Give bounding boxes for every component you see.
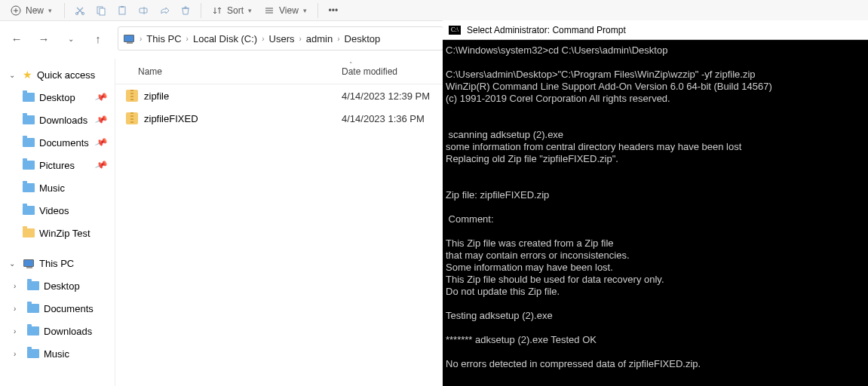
folder-icon — [27, 302, 39, 314]
delete-icon — [180, 5, 191, 16]
view-label: View — [279, 5, 299, 16]
zip-icon — [126, 112, 138, 124]
cut-button[interactable] — [71, 2, 89, 20]
folder-icon — [27, 325, 39, 337]
sidebar-item-label: Documents — [44, 303, 94, 314]
chevron-right-icon: › — [14, 327, 23, 335]
file-name: zipfile — [144, 90, 169, 102]
up-button[interactable]: ↑ — [86, 26, 110, 51]
this-pc-label: This PC — [39, 258, 74, 269]
chevron-right-icon: › — [186, 35, 189, 43]
chevron-right-icon: › — [262, 35, 264, 43]
pin-icon: 📌 — [94, 136, 109, 149]
file-name: zipfileFIXED — [144, 113, 198, 124]
sidebar-quick-access[interactable]: ⌄ ★ Quick access — [0, 63, 115, 86]
rename-icon — [138, 5, 149, 16]
separator — [201, 3, 201, 18]
sort-label: Sort — [227, 5, 244, 16]
plus-circle-icon — [11, 5, 21, 16]
sidebar-item-label: Documents — [39, 137, 89, 149]
sidebar-item-desktop[interactable]: Desktop 📌 — [0, 86, 115, 109]
new-label: New — [26, 5, 44, 16]
chevron-right-icon: › — [14, 282, 23, 290]
folder-icon — [27, 280, 39, 292]
column-name[interactable]: Name — [115, 66, 342, 77]
sidebar-item-videos[interactable]: Videos — [0, 199, 115, 222]
pin-icon: 📌 — [94, 90, 109, 104]
command-prompt-output[interactable]: C:\Windows\system32>cd C:\Users\admin\De… — [443, 40, 868, 375]
pin-icon: 📌 — [94, 113, 109, 127]
share-icon — [159, 5, 170, 16]
sidebar-item-label: Desktop — [39, 92, 75, 103]
sidebar-item-downloads[interactable]: Downloads 📌 — [0, 109, 115, 131]
crumb-admin[interactable]: admin — [306, 33, 333, 44]
sort-indicator-icon: ˄ — [349, 61, 353, 69]
crumb-users[interactable]: Users — [269, 33, 295, 44]
sidebar-item-label: Downloads — [44, 326, 92, 337]
chevron-right-icon: › — [337, 35, 339, 43]
paste-button[interactable] — [113, 2, 131, 20]
pc-icon — [123, 32, 135, 44]
sidebar-item-winzip-test[interactable]: WinZip Test — [0, 222, 115, 244]
toolbar: New ▾ Sort ▾ View ▾ ••• — [0, 0, 868, 21]
chevron-right-icon: › — [299, 35, 301, 43]
cmd-icon: C:\ — [449, 26, 461, 35]
sidebar-item-label: Pictures — [39, 160, 75, 171]
sidebar-item-label: Downloads — [39, 115, 87, 126]
sidebar-item-documents[interactable]: Documents 📌 — [0, 131, 115, 154]
svg-rect-6 — [121, 6, 124, 8]
command-prompt-titlebar[interactable]: C:\ Select Administrator: Command Prompt — [443, 20, 868, 40]
more-button[interactable]: ••• — [324, 2, 342, 20]
separator — [64, 3, 65, 18]
chevron-down-icon: ▾ — [48, 7, 52, 14]
rename-button[interactable] — [134, 2, 152, 20]
chevron-down-icon: ⌄ — [9, 71, 18, 79]
command-prompt-window: C:\ Select Administrator: Command Prompt… — [443, 20, 868, 386]
address-bar[interactable]: › This PC › Local Disk (C:) › Users › ad… — [118, 26, 443, 51]
arrow-left-icon: ← — [11, 32, 23, 45]
sidebar-item-music[interactable]: Music — [0, 176, 115, 199]
chevron-down-icon: ⌄ — [68, 35, 74, 43]
crumb-this-pc[interactable]: This PC — [146, 33, 181, 44]
sort-button[interactable]: Sort ▾ — [207, 4, 256, 17]
recent-button[interactable]: ⌄ — [59, 26, 83, 51]
sidebar-pc-documents[interactable]: › Documents — [0, 297, 115, 320]
chevron-down-icon: ⌄ — [9, 259, 18, 268]
chevron-right-icon: › — [140, 35, 142, 43]
svg-rect-4 — [100, 8, 105, 15]
sidebar-pc-downloads[interactable]: › Downloads — [0, 320, 115, 342]
chevron-right-icon: › — [14, 350, 23, 358]
share-button[interactable] — [155, 2, 173, 20]
paste-icon — [117, 5, 127, 16]
star-icon: ★ — [23, 69, 32, 81]
ellipsis-icon: ••• — [329, 5, 339, 16]
forward-button[interactable]: → — [32, 26, 56, 51]
separator — [317, 3, 318, 18]
copy-icon — [96, 5, 106, 16]
new-button[interactable]: New ▾ — [5, 4, 58, 17]
crumb-local-disk[interactable]: Local Disk (C:) — [193, 33, 257, 44]
crumb-desktop[interactable]: Desktop — [345, 33, 381, 44]
view-icon — [264, 5, 275, 16]
copy-button[interactable] — [92, 2, 110, 20]
folder-icon — [23, 204, 35, 216]
sidebar: ⌄ ★ Quick access Desktop 📌 Downloads 📌 D… — [0, 59, 115, 386]
sidebar-item-label: Videos — [39, 205, 69, 216]
folder-icon — [23, 182, 35, 194]
folder-icon — [23, 136, 35, 149]
svg-rect-5 — [119, 7, 125, 14]
sidebar-item-pictures[interactable]: Pictures 📌 — [0, 154, 115, 176]
view-button[interactable]: View ▾ — [259, 4, 311, 17]
folder-icon — [23, 91, 35, 103]
svg-rect-7 — [140, 8, 147, 13]
sidebar-this-pc[interactable]: ⌄ This PC — [0, 252, 115, 274]
sidebar-pc-music[interactable]: › Music — [0, 342, 115, 365]
pin-icon: 📌 — [94, 158, 109, 172]
back-button[interactable]: ← — [5, 26, 29, 51]
delete-button[interactable] — [176, 2, 195, 20]
quick-access-label: Quick access — [37, 69, 95, 81]
cmd-title-text: Select Administrator: Command Prompt — [467, 25, 626, 35]
sidebar-item-label: Music — [44, 348, 69, 360]
sidebar-pc-desktop[interactable]: › Desktop — [0, 274, 115, 297]
chevron-down-icon: ▾ — [303, 7, 307, 14]
